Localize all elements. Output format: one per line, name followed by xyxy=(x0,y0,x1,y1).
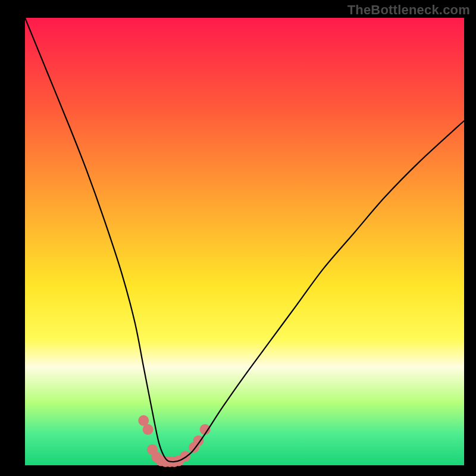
chart-svg xyxy=(0,0,476,476)
plot-background xyxy=(25,18,464,465)
highlight-marker xyxy=(143,424,154,435)
watermark-text: TheBottleneck.com xyxy=(347,2,470,18)
chart-frame: TheBottleneck.com xyxy=(0,0,476,476)
